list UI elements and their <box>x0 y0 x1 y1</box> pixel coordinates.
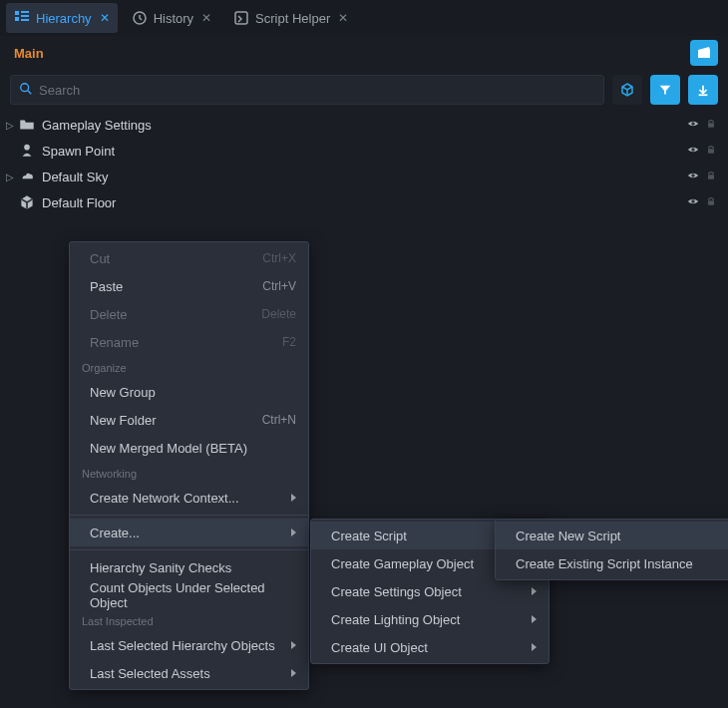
menu-item-label: Create... <box>90 526 283 540</box>
menu-item[interactable]: Create UI Object <box>311 633 548 661</box>
lock-icon[interactable] <box>702 195 720 210</box>
menu-header: Organize <box>70 356 308 378</box>
menu-item-label: Paste <box>90 279 262 294</box>
svg-rect-13 <box>708 149 714 154</box>
menu-shortcut: F2 <box>282 335 296 349</box>
filter-button[interactable] <box>650 75 680 105</box>
menu-shortcut: Delete <box>261 307 296 321</box>
tree-row[interactable]: ▷ Default Sky <box>0 164 728 189</box>
menu-shortcut: Ctrl+N <box>262 413 296 427</box>
submenu-arrow-icon <box>532 615 537 623</box>
lock-icon[interactable] <box>702 144 720 159</box>
menu-item[interactable]: Last Selected Assets <box>70 659 308 687</box>
submenu-arrow-icon <box>532 587 537 595</box>
slate-button[interactable] <box>690 40 718 66</box>
menu-item[interactable]: Count Objects Under Selected Object <box>70 581 308 609</box>
svg-rect-15 <box>708 175 714 179</box>
submenu-arrow-icon <box>291 669 296 677</box>
submenu-arrow-icon <box>291 641 296 649</box>
menu-item-label: Create UI Object <box>331 640 524 655</box>
tree-row[interactable]: Spawn Point <box>0 138 728 164</box>
tree-item-label: Default Sky <box>42 170 684 184</box>
visibility-icon[interactable] <box>684 194 702 211</box>
menu-item[interactable]: Create Lighting Object <box>311 605 548 633</box>
cube-filter-button[interactable] <box>612 75 642 105</box>
menu-item-label: Create Lighting Object <box>331 612 524 627</box>
menu-item-label: Delete <box>90 307 261 322</box>
menu-item-label: Create Settings Object <box>331 584 524 599</box>
menu-item[interactable]: Create New Script <box>496 522 728 549</box>
menu-item[interactable]: Hierarchy Sanity Checks <box>70 553 308 581</box>
script-helper-icon <box>233 10 249 26</box>
tree-row[interactable]: Default Floor <box>0 189 728 215</box>
menu-shortcut: Ctrl+X <box>262 251 296 265</box>
svg-point-12 <box>691 148 695 152</box>
visibility-icon[interactable] <box>684 117 702 134</box>
svg-point-9 <box>691 122 695 126</box>
tab-label: Hierarchy <box>36 11 92 26</box>
tab-hierarchy[interactable]: Hierarchy ✕ <box>6 3 118 33</box>
menu-item-label: Count Objects Under Selected Object <box>90 580 296 610</box>
svg-rect-10 <box>708 123 714 128</box>
scene-header: Main <box>0 36 728 70</box>
tab-history[interactable]: History ✕ <box>124 3 219 33</box>
tree-row[interactable]: ▷ Gameplay Settings <box>0 112 728 138</box>
tab-script-helper[interactable]: Script Helper ✕ <box>225 3 356 33</box>
menu-item[interactable]: New Group <box>70 378 308 406</box>
menu-item-label: Rename <box>90 335 282 350</box>
menu-item: DeleteDelete <box>70 300 308 328</box>
menu-item[interactable]: Create... <box>70 519 308 546</box>
collapse-button[interactable] <box>688 75 718 105</box>
menu-item-label: New Group <box>90 385 296 400</box>
close-icon[interactable]: ✕ <box>100 11 110 25</box>
tab-label: History <box>154 11 193 26</box>
svg-rect-3 <box>21 15 29 17</box>
hierarchy-icon <box>14 10 30 26</box>
submenu-arrow-icon <box>291 494 296 502</box>
svg-rect-2 <box>21 11 29 13</box>
close-icon[interactable]: ✕ <box>338 11 348 25</box>
menu-item[interactable]: Create Settings Object <box>311 577 548 605</box>
visibility-icon[interactable] <box>684 169 702 185</box>
menu-header: Last Inspected <box>70 609 308 631</box>
search-box[interactable] <box>10 75 604 105</box>
spawn-icon <box>18 142 36 160</box>
svg-point-16 <box>691 199 695 203</box>
search-input[interactable] <box>39 83 595 98</box>
expand-caret[interactable]: ▷ <box>0 172 14 182</box>
menu-separator <box>70 515 308 516</box>
menu-item[interactable]: Last Selected Hierarchy Objects <box>70 631 308 659</box>
close-icon[interactable]: ✕ <box>201 11 211 25</box>
menu-item[interactable]: PasteCtrl+V <box>70 272 308 300</box>
svg-rect-4 <box>21 19 29 21</box>
menu-item[interactable]: Create Existing Script Instance <box>496 549 728 577</box>
menu-item-label: Cut <box>90 251 262 266</box>
svg-point-8 <box>21 83 29 91</box>
panel-tabs: Hierarchy ✕ History ✕ Script Helper ✕ <box>0 0 728 36</box>
menu-header: Networking <box>70 462 308 484</box>
lock-icon[interactable] <box>702 118 720 133</box>
menu-item-label: Create Existing Script Instance <box>516 556 721 571</box>
visibility-icon[interactable] <box>684 143 702 160</box>
menu-item-label: Create New Script <box>516 529 721 543</box>
expand-caret[interactable]: ▷ <box>0 120 14 131</box>
context-menu: CutCtrl+XPasteCtrl+VDeleteDeleteRenameF2… <box>69 241 309 690</box>
tab-label: Script Helper <box>255 11 330 26</box>
svg-rect-1 <box>15 17 19 21</box>
submenu-arrow-icon <box>291 529 296 536</box>
sky-icon <box>18 168 36 185</box>
scene-name: Main <box>14 46 690 61</box>
tree-item-label: Default Floor <box>42 195 684 210</box>
menu-item-label: New Merged Model (BETA) <box>90 441 296 456</box>
menu-item-label: Last Selected Assets <box>90 666 283 681</box>
menu-separator <box>70 549 308 550</box>
menu-shortcut: Ctrl+V <box>262 279 296 293</box>
menu-item[interactable]: New FolderCtrl+N <box>70 406 308 434</box>
lock-icon[interactable] <box>702 170 720 184</box>
svg-point-11 <box>24 145 30 151</box>
menu-item[interactable]: Create Network Context... <box>70 484 308 512</box>
search-toolbar <box>0 70 728 110</box>
cube-icon <box>18 193 36 211</box>
history-icon <box>132 10 148 26</box>
menu-item[interactable]: New Merged Model (BETA) <box>70 434 308 462</box>
